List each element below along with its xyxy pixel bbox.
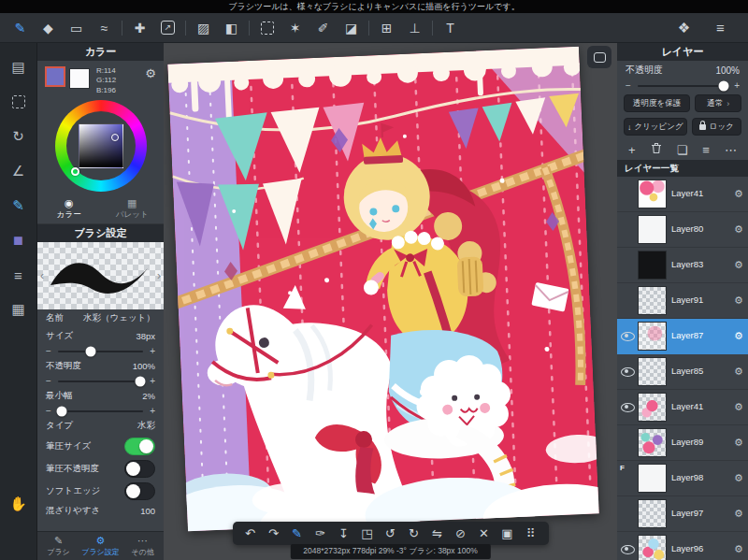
text-tool[interactable]: T (439, 17, 461, 39)
drag-handle[interactable]: ⠿ (522, 522, 540, 545)
canvas-tab-button[interactable] (587, 46, 611, 68)
layer-row[interactable]: Layer85 ⚙ (617, 354, 748, 390)
foreground-color-swatch[interactable] (45, 66, 65, 87)
tab-brush-settings[interactable]: ⚙ ブラシ設定 (79, 532, 122, 560)
export-tool[interactable]: ↗ (157, 17, 179, 39)
plus-icon[interactable]: + (150, 406, 155, 416)
canvas-area[interactable]: ↶ ↷ ✎ ✑ ↧ ◳ ↺ ↻ ⇋ ⊘ ✕ ▣ (164, 43, 617, 560)
transform-button[interactable]: ◳ (358, 522, 377, 545)
layer-menu-button[interactable]: ⋯ (725, 143, 737, 157)
layer-row[interactable]: Layer87 ⚙ (617, 319, 748, 354)
select-eraser-tool[interactable]: ◪ (340, 17, 362, 39)
layer-row[interactable]: Layer91 ⚙ (617, 283, 748, 319)
pressure-opacity-toggle[interactable] (124, 460, 155, 478)
color-wheel[interactable] (55, 100, 147, 192)
background-color-swatch[interactable] (69, 68, 90, 89)
layer-list-button[interactable]: ≡ (702, 143, 710, 157)
brush-tool[interactable]: ✎ (9, 17, 31, 39)
sv-knob[interactable] (111, 134, 119, 141)
blend-mode-button[interactable]: 通常› (695, 94, 741, 112)
visibility-toggle[interactable] (617, 532, 638, 560)
rotate-cw-button[interactable]: ↻ (405, 522, 424, 545)
lock-button[interactable]: ロック (692, 118, 741, 136)
visibility-toggle[interactable] (617, 248, 638, 282)
saturation-value-box[interactable] (79, 123, 123, 168)
selection-panel-icon[interactable] (7, 91, 31, 113)
community-icon[interactable]: ❖ (673, 17, 695, 39)
undo-button[interactable]: ↶ (241, 522, 260, 545)
hand-tool-icon[interactable]: ✋ (7, 493, 31, 515)
color-panel-icon[interactable]: ■ (7, 229, 31, 251)
slider-knob[interactable] (135, 376, 145, 386)
move-tool[interactable]: ✚ (129, 17, 151, 39)
material-panel-icon[interactable]: ▦ (7, 298, 31, 321)
visibility-toggle[interactable] (617, 354, 638, 389)
visibility-toggle[interactable]: F (617, 461, 638, 495)
visibility-toggle[interactable] (617, 390, 638, 424)
layer-settings-icon[interactable]: ⚙ (731, 472, 746, 484)
canvas[interactable] (167, 47, 598, 532)
brush-cursor-button[interactable]: ✎ (288, 522, 307, 545)
tab-color[interactable]: ◉ カラー (37, 194, 101, 223)
tab-palette[interactable]: ▦ パレット (101, 194, 165, 223)
clear-button[interactable]: ✕ (475, 522, 494, 545)
slider-track[interactable] (58, 410, 143, 412)
minus-icon[interactable]: − (46, 346, 51, 356)
layer-settings-icon[interactable]: ⚙ (731, 259, 746, 271)
layer-settings-icon[interactable]: ⚙ (731, 508, 746, 520)
brush-opacity-slider[interactable]: − + (37, 375, 164, 387)
minus-icon[interactable]: − (626, 80, 631, 91)
visibility-toggle[interactable] (617, 177, 638, 211)
ruler-panel-icon[interactable]: ∠ (7, 160, 31, 182)
visibility-toggle[interactable] (617, 283, 638, 318)
brush-minwidth-slider[interactable]: − + (37, 405, 164, 417)
brush-panel-icon[interactable]: ✎ (7, 194, 31, 217)
visibility-toggle[interactable] (617, 425, 638, 460)
snap-grid-tool[interactable]: ⊞ (376, 17, 397, 39)
brush-size-slider[interactable]: − + (37, 345, 164, 357)
transform-panel-icon[interactable]: ↻ (7, 125, 31, 148)
delete-layer-button[interactable] (651, 142, 662, 157)
brush-type-row[interactable]: タイプ 水彩 (37, 417, 164, 435)
pressure-size-toggle[interactable] (124, 438, 155, 455)
hue-knob[interactable] (71, 167, 79, 176)
layer-settings-icon[interactable]: ⚙ (731, 188, 746, 200)
layer-row[interactable]: Layer89 ⚙ (617, 425, 748, 461)
layer-settings-icon[interactable]: ⚙ (731, 223, 746, 236)
select-pen-tool[interactable]: ✐ (312, 17, 334, 39)
panel-layout-icon[interactable]: ≡ (710, 17, 731, 39)
slider-track[interactable] (638, 85, 727, 87)
visibility-toggle[interactable] (617, 319, 638, 353)
brush-stroke-preview[interactable]: ‹ › (37, 242, 164, 309)
layer-panel-icon[interactable]: ≡ (7, 264, 31, 286)
slider-knob[interactable] (85, 346, 95, 356)
tab-brush[interactable]: ✎ ブラシ (37, 532, 79, 560)
layer-settings-icon[interactable]: ⚙ (731, 437, 746, 449)
rotate-ccw-button[interactable]: ↺ (381, 522, 400, 545)
plus-icon[interactable]: + (734, 80, 740, 91)
soft-edge-toggle[interactable] (124, 482, 155, 500)
slider-track[interactable] (58, 351, 143, 352)
flip-button[interactable]: ⇋ (428, 522, 447, 545)
layer-row[interactable]: Layer97 ⚙ (617, 496, 748, 532)
slider-knob[interactable] (57, 406, 67, 416)
visibility-toggle[interactable] (617, 496, 638, 531)
canvas-menu-icon[interactable]: ▤ (7, 56, 31, 79)
layer-row[interactable]: Layer83 ⚙ (617, 248, 748, 283)
prev-brush-icon[interactable]: ‹ (40, 269, 44, 282)
fill-tool[interactable]: ▨ (193, 17, 214, 39)
deselect-button[interactable]: ⊘ (452, 522, 470, 545)
layer-settings-icon[interactable]: ⚙ (731, 294, 746, 307)
add-layer-button[interactable]: + (628, 143, 636, 157)
tab-others[interactable]: ⋯ その他 (122, 532, 164, 560)
layer-settings-icon[interactable]: ⚙ (731, 401, 746, 413)
layer-settings-icon[interactable]: ⚙ (731, 543, 746, 555)
slider-knob[interactable] (719, 80, 729, 91)
save-button[interactable]: ↧ (335, 522, 353, 545)
layer-settings-icon[interactable]: ⚙ (731, 330, 746, 342)
visibility-toggle[interactable] (617, 212, 638, 247)
plus-icon[interactable]: + (150, 376, 155, 386)
minus-icon[interactable]: − (46, 406, 51, 416)
layer-settings-icon[interactable]: ⚙ (731, 366, 746, 378)
layer-row[interactable]: Layer41 ⚙ (617, 177, 748, 212)
